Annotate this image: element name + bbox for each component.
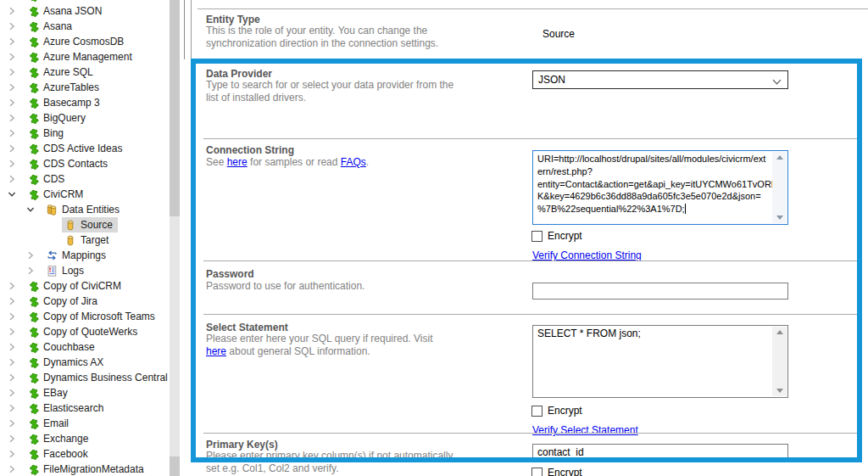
primary-keys-input[interactable] (532, 444, 788, 461)
chevron-right-icon[interactable] (25, 266, 36, 276)
textarea-scrollbar[interactable] (772, 152, 787, 223)
faqs-link[interactable]: FAQs (341, 156, 366, 168)
tree-item-dynamics-business-central[interactable]: Dynamics Business Central (0, 370, 170, 385)
tree-item-azuretables[interactable]: AzureTables (0, 80, 170, 95)
primary-keys-encrypt-checkbox[interactable] (531, 468, 542, 476)
tree-item-azure-sql[interactable]: Azure SQL (0, 64, 170, 80)
password-input[interactable] (532, 283, 788, 300)
tree-item-copy-of-quotewerks[interactable]: Copy of QuoteWerks (0, 324, 170, 339)
tree-item-copy-of-civicrm[interactable]: Copy of CiviCRM (0, 278, 170, 294)
tree-item-exchange[interactable]: Exchange (0, 431, 170, 446)
scroll-up-icon[interactable] (776, 155, 783, 160)
chevron-right-icon[interactable] (7, 6, 17, 16)
connector-icon (26, 356, 40, 369)
scroll-down-icon[interactable] (776, 216, 783, 220)
scroll-down-icon[interactable] (776, 389, 783, 393)
connector-icon (26, 417, 40, 430)
chevron-right-icon[interactable] (7, 143, 17, 154)
chevron-right-icon[interactable] (7, 342, 17, 352)
chevron-right-icon[interactable] (25, 250, 36, 260)
select-encrypt-checkbox[interactable] (531, 406, 542, 417)
tree-item-copy-of-jira[interactable]: Copy of Jira (0, 294, 170, 309)
connection-string-description: See here for samples or read FAQs. (206, 156, 531, 169)
chevron-right-icon[interactable] (7, 98, 17, 108)
entity-type-header: Entity Type (206, 14, 260, 25)
tree-item-cds-contacts[interactable]: CDS Contacts (0, 156, 170, 171)
scroll-up-icon[interactable] (776, 330, 783, 334)
tree-scrollbar[interactable] (170, 0, 180, 476)
primary-keys-description: Please enter primary key column(s) if no… (206, 450, 531, 474)
select-statement-textarea[interactable]: SELECT * FROM json; (532, 325, 788, 398)
chevron-right-icon[interactable] (7, 174, 17, 184)
tree-item-data-entities[interactable]: Data Entities (0, 202, 170, 217)
tree-item-asana-json[interactable]: Asana JSON (0, 3, 170, 19)
chevron-right-icon[interactable] (7, 159, 17, 169)
tree-item-email[interactable]: Email (0, 416, 170, 431)
data-provider-value: JSON (538, 74, 565, 86)
tree-item-asana[interactable]: Asana (0, 19, 170, 34)
chevron-right-icon[interactable] (7, 113, 17, 123)
samples-link[interactable]: here (227, 156, 248, 168)
chevron-right-icon[interactable] (7, 36, 17, 47)
mappings-sync-icon (45, 249, 58, 262)
connection-encrypt-checkbox[interactable] (531, 231, 542, 242)
tree-item-civicrm[interactable]: CiviCRM (0, 187, 170, 202)
chevron-down-icon[interactable] (7, 189, 17, 199)
chevron-right-icon[interactable] (7, 281, 17, 291)
textarea-scrollbar[interactable] (772, 327, 787, 396)
verify-connection-string-link[interactable]: Verify Connection String (532, 249, 642, 261)
chevron-right-icon[interactable] (7, 388, 17, 398)
chevron-right-icon[interactable] (7, 434, 17, 444)
connector-icon (26, 386, 40, 400)
tree-scrollbar-bottom[interactable] (170, 456, 180, 476)
chevron-right-icon[interactable] (7, 403, 17, 413)
tree-item-facebook[interactable]: Facebook (0, 446, 170, 462)
connection-encrypt-row: Encrypt (531, 230, 582, 242)
entity-type-description: This is the role of your entity. You can… (206, 25, 531, 49)
tree-scrollbar-thumb[interactable] (170, 0, 180, 216)
chevron-right-icon[interactable] (7, 311, 17, 322)
tree-item-cds[interactable]: CDS (0, 171, 170, 187)
tree-item-bing[interactable]: Bing (0, 126, 170, 141)
tree-item-target[interactable]: Target (0, 232, 170, 248)
tree-item-copy-of-microsoft-teams[interactable]: Copy of Microsoft Teams (0, 309, 170, 324)
tree-item-basecamp-3[interactable]: Basecamp 3 (0, 95, 170, 110)
tree-item-couchbase[interactable]: Couchbase (0, 339, 170, 355)
tree-item-source[interactable]: Source (0, 217, 170, 232)
connection-string-textarea[interactable]: URI=http://localhost/drupal/sites/all/mo… (532, 150, 788, 225)
tree-item-logs[interactable]: Logs (0, 263, 170, 278)
chevron-right-icon[interactable] (7, 418, 17, 428)
chevron-right-icon[interactable] (7, 128, 17, 138)
tree-item-elasticsearch[interactable]: Elasticsearch (0, 400, 170, 416)
primary-keys-encrypt-row: Encrypt (531, 467, 582, 476)
data-provider-select[interactable]: JSON (532, 70, 788, 89)
chevron-right-icon[interactable] (7, 21, 17, 31)
tree-item-mappings[interactable]: Mappings (0, 248, 170, 263)
tree-item-azure-management[interactable]: Azure Management (0, 49, 170, 64)
chevron-right-icon[interactable] (7, 296, 17, 306)
tree-item-bigquery[interactable]: BigQuery (0, 110, 170, 126)
chevron-right-icon[interactable] (7, 0, 17, 1)
tree-item-dynamics-ax[interactable]: Dynamics AX (0, 355, 170, 370)
chevron-right-icon[interactable] (7, 82, 17, 92)
chevron-right-icon[interactable] (7, 52, 17, 62)
verify-select-statement-link[interactable]: Verify Select Statement (532, 424, 638, 436)
tree-item-filemigrationmetadata[interactable]: FileMigrationMetadata (0, 462, 170, 476)
tree-item-azure-cosmosdb[interactable]: Azure CosmosDB (0, 34, 170, 49)
entity-type-value: Source (542, 28, 575, 40)
sql-info-link[interactable]: here (206, 345, 226, 357)
chevron-right-icon[interactable] (7, 449, 17, 459)
chevron-right-icon[interactable] (7, 372, 17, 383)
connection-encrypt-label: Encrypt (548, 230, 582, 242)
tree-item-cds-active-ideas[interactable]: CDS Active Ideas (0, 141, 170, 156)
connector-icon (26, 50, 40, 64)
select-statement-header: Select Statement (206, 322, 288, 333)
tree-item-ebay[interactable]: EBay (0, 385, 170, 400)
app-window: Asana JSON Asana Azure CosmosDB Azure Ma… (0, 0, 868, 476)
chevron-right-icon[interactable] (7, 327, 17, 337)
chevron-down-icon[interactable] (25, 204, 36, 215)
chevron-right-icon[interactable] (7, 67, 17, 77)
chevron-right-icon[interactable] (7, 357, 17, 367)
select-statement-description: Please enter here your SQL query if requ… (206, 333, 531, 357)
chevron-right-icon[interactable] (7, 464, 17, 474)
